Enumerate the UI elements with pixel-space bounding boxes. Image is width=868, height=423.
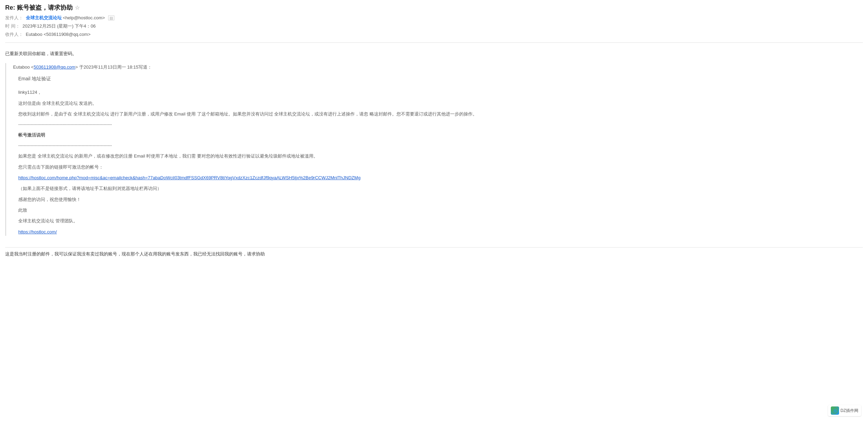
dz-logo-icon xyxy=(831,406,839,415)
to-label: 收件人： xyxy=(5,32,23,37)
divider2: ----------------------------------------… xyxy=(18,142,863,150)
svg-point-1 xyxy=(834,410,836,411)
team-name: 全球主机交流论坛 管理团队。 xyxy=(18,217,863,225)
dz-label: DZ插件网 xyxy=(840,408,858,414)
email-body: 已重新关联回你邮箱，请重置密码。 Eutaboo <503611908@qq.c… xyxy=(5,48,863,240)
to-row: 收件人： Eutaboo <503611908@qq.com> xyxy=(5,31,863,38)
reply-content: Email 地址验证 linky1124， 这封信是由 全球主机交流论坛 发送的… xyxy=(13,74,863,236)
reply-email-title: Email 地址验证 xyxy=(18,74,863,83)
time-label: 时 间： xyxy=(5,23,20,29)
reply-greeting: linky1124， xyxy=(18,88,863,96)
sender-name: 全球主机交流论坛 xyxy=(26,15,62,20)
section-title: 帐号激活说明 xyxy=(18,131,863,139)
time-value: 2023年12月25日 (星期一) 下午4：06 xyxy=(22,23,95,29)
reply-line1: 这封信是由 全球主机交流论坛 发送的。 xyxy=(18,99,863,107)
reply-section: Eutaboo <503611908@qq.com> 于2023年11月13日周… xyxy=(5,63,863,236)
star-icon[interactable]: ☆ xyxy=(75,4,80,11)
email-subject: Re: 账号被盗，请求协助 xyxy=(5,3,73,12)
site-link[interactable]: https://hostloc.com/ xyxy=(18,229,57,234)
footer-text: 这是我当时注册的邮件，我可以保证我没有卖过我的账号，现在那个人还在用我的账号发东… xyxy=(5,251,265,256)
to-value: Eutaboo <503611908@qq.com> xyxy=(26,32,91,37)
sender-email: <help@hostloc.com> xyxy=(63,15,105,20)
activation-link[interactable]: https://hostloc.com/home.php?mod=misc&ac… xyxy=(18,175,361,180)
time-row: 时 间： 2023年12月25日 (星期一) 下午4：06 xyxy=(5,23,863,30)
footer-note: 这是我当时注册的邮件，我可以保证我没有卖过我的账号，现在那个人还在用我的账号发东… xyxy=(5,247,863,257)
divider1: ----------------------------------------… xyxy=(18,121,863,129)
regards: 此致 xyxy=(18,206,863,214)
reply-line2: 您收到这封邮件，是由于在 全球主机交流论坛 进行了新用户注册，或用户修改 Ema… xyxy=(18,110,863,118)
original-date: 于2023年11月13日周一 18:15写道： xyxy=(79,64,152,70)
email-header: Re: 账号被盗，请求协助 ☆ 发件人： 全球主机交流论坛 <help@host… xyxy=(5,3,863,43)
reply-header: Eutaboo <503611908@qq.com> 于2023年11月13日周… xyxy=(13,63,863,71)
from-label: 发件人： xyxy=(5,15,23,20)
click-prompt: 您只需点击下面的链接即可激活您的帐号： xyxy=(18,163,863,171)
email-title: Re: 账号被盗，请求协助 ☆ xyxy=(5,3,863,12)
thanks: 感谢您的访问，祝您使用愉快！ xyxy=(18,195,863,203)
manual-note: （如果上面不是链接形式，请将该地址手工粘贴到浏览器地址栏再访问） xyxy=(18,184,863,192)
original-sender: Eutaboo xyxy=(13,64,30,70)
expand-icon[interactable]: ▤ xyxy=(108,16,114,20)
dz-badge: DZ插件网 xyxy=(828,405,861,416)
from-row: 发件人： 全球主机交流论坛 <help@hostloc.com> ▤ xyxy=(5,14,863,22)
body-line1: 已重新关联回你邮箱，请重置密码。 xyxy=(5,50,863,58)
original-email-link[interactable]: 503611908@qq.com xyxy=(34,64,75,70)
activation-intro: 如果您是 全球主机交流论坛 的新用户，或在修改您的注册 Email 时使用了本地… xyxy=(18,152,863,160)
